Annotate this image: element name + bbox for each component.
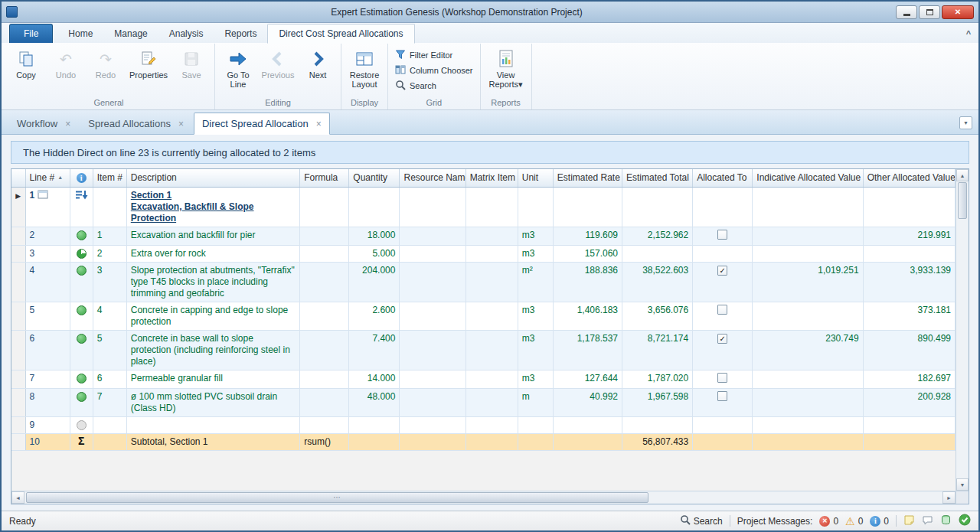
cell-other[interactable] [863, 245, 955, 262]
col-header-alloc[interactable]: Allocated To [693, 169, 753, 187]
cell-quantity[interactable]: 204.000 [349, 262, 400, 302]
view-reports-button[interactable]: View Reports▾ [484, 45, 528, 97]
cell-matrix[interactable] [466, 433, 518, 450]
close-tab-icon[interactable]: × [178, 119, 184, 129]
allocated-to-checkbox[interactable] [717, 373, 727, 383]
cell-desc[interactable]: Slope protection at abutments, "Terrafix… [126, 262, 299, 302]
allocated-to-checkbox[interactable]: ✓ [717, 266, 727, 276]
cell-indicative[interactable] [753, 302, 863, 330]
cell-desc[interactable]: Concrete in capping and edge to slope pr… [126, 302, 299, 330]
cell-unit[interactable]: m² [518, 262, 553, 302]
cell-alloc[interactable] [693, 245, 753, 262]
cell-item[interactable]: 1 [93, 227, 126, 245]
cell-total[interactable]: 2,152.962 [622, 227, 693, 245]
cell-total[interactable]: 8,721.174 [622, 330, 693, 370]
tab-direct-cost-spread-allocations[interactable]: Direct Cost Spread Allocations [267, 24, 414, 44]
cell-alloc[interactable] [693, 302, 753, 330]
cell-desc[interactable]: Permeable granular fill [126, 370, 299, 388]
cell-info[interactable] [70, 416, 93, 433]
scroll-left-button[interactable]: ◄ [11, 491, 24, 504]
cell-matrix[interactable] [466, 245, 518, 262]
cell-info[interactable] [70, 388, 93, 416]
row-indicator-cell[interactable]: ▶ [11, 187, 25, 227]
col-header-other[interactable]: Other Allocated Value [863, 169, 955, 187]
allocated-to-checkbox[interactable] [717, 391, 727, 401]
tab-home[interactable]: Home [57, 24, 103, 43]
tab-list-dropdown[interactable]: ▼ [959, 116, 972, 129]
cell-info[interactable] [70, 245, 93, 262]
cell-indicative[interactable] [753, 416, 863, 433]
cell-total[interactable]: 3,656.076 [622, 302, 693, 330]
grid-search-button[interactable]: Search [395, 80, 473, 92]
cell-item[interactable]: 6 [93, 370, 126, 388]
cell-other[interactable]: 219.991 [863, 227, 955, 245]
cell-desc[interactable]: Extra over for rock [126, 245, 299, 262]
database-icon[interactable] [940, 514, 952, 528]
notes-icon[interactable] [903, 514, 915, 528]
cell-formula[interactable] [300, 187, 349, 227]
cell-item[interactable]: 5 [93, 330, 126, 370]
comments-icon[interactable] [922, 514, 933, 528]
close-tab-icon[interactable]: × [316, 119, 322, 129]
cell-total[interactable]: 38,522.603 [622, 262, 693, 302]
cell-resource[interactable] [400, 388, 466, 416]
cell-item[interactable] [93, 433, 126, 450]
cell-total[interactable]: 1,967.598 [622, 388, 693, 416]
cell-formula[interactable] [300, 370, 349, 388]
cell-indicative[interactable] [753, 388, 863, 416]
cell-indicative[interactable] [753, 187, 863, 227]
cell-item[interactable]: 3 [93, 262, 126, 302]
row-indicator-cell[interactable] [11, 245, 25, 262]
cell-rate[interactable]: 119.609 [553, 227, 622, 245]
cell-info[interactable] [70, 262, 93, 302]
ribbon-collapse-icon[interactable]: ^ [962, 28, 975, 40]
cell-resource[interactable] [400, 187, 466, 227]
statusbar-search-button[interactable]: Search [680, 514, 723, 527]
cell-matrix[interactable] [466, 302, 518, 330]
cell-rate[interactable]: 1,406.183 [553, 302, 622, 330]
cell-indicative[interactable]: 1,019.251 [753, 262, 863, 302]
doc-tab-direct-spread-allocation[interactable]: Direct Spread Allocation × [194, 113, 330, 135]
row-indicator-cell[interactable] [11, 330, 25, 370]
restore-layout-button[interactable]: Restore Layout [345, 45, 384, 97]
cell-quantity[interactable] [349, 187, 400, 227]
col-header-item[interactable]: Item # [93, 169, 126, 187]
cell-total[interactable]: 1,787.020 [622, 370, 693, 388]
cell-rate[interactable] [553, 187, 622, 227]
cell-alloc[interactable] [693, 433, 753, 450]
cell-indicative[interactable] [753, 227, 863, 245]
cell-resource[interactable] [400, 330, 466, 370]
cell-matrix[interactable] [466, 330, 518, 370]
row-indicator-cell[interactable] [11, 262, 25, 302]
row-indicator-cell[interactable] [11, 370, 25, 388]
cell-matrix[interactable] [466, 227, 518, 245]
cell-desc[interactable] [126, 416, 299, 433]
col-header-unit[interactable]: Unit [518, 169, 553, 187]
cell-formula[interactable] [300, 245, 349, 262]
cell-formula[interactable] [300, 302, 349, 330]
cell-alloc[interactable]: ✓ [693, 330, 753, 370]
cell-desc[interactable]: ø 100 mm slotted PVC subsoil drain (Clas… [126, 388, 299, 416]
tab-manage[interactable]: Manage [103, 24, 158, 43]
cell-unit[interactable]: m3 [518, 227, 553, 245]
cell-line[interactable]: 8 [25, 388, 70, 416]
cell-total[interactable] [622, 245, 693, 262]
cell-unit[interactable]: m3 [518, 370, 553, 388]
cell-line[interactable]: 1 [25, 187, 70, 227]
col-header-desc[interactable]: Description [126, 169, 299, 187]
doc-tab-workflow[interactable]: Workflow × [9, 113, 78, 134]
cell-quantity[interactable]: 14.000 [349, 370, 400, 388]
cell-item[interactable] [93, 416, 126, 433]
horizontal-scroll-thumb[interactable]: ⋯ [26, 492, 648, 503]
col-header-info[interactable]: i [70, 169, 93, 187]
cell-formula[interactable]: rsum() [300, 433, 349, 450]
error-messages-badge[interactable]: ✕ 0 [819, 516, 838, 527]
cell-quantity[interactable] [349, 433, 400, 450]
allocated-to-checkbox[interactable] [717, 305, 727, 315]
cell-alloc[interactable] [693, 227, 753, 245]
cell-indicative[interactable] [753, 433, 863, 450]
cell-other[interactable]: 373.181 [863, 302, 955, 330]
cell-indicative[interactable] [753, 245, 863, 262]
next-button[interactable]: Next [298, 45, 338, 97]
cell-other[interactable]: 182.697 [863, 370, 955, 388]
